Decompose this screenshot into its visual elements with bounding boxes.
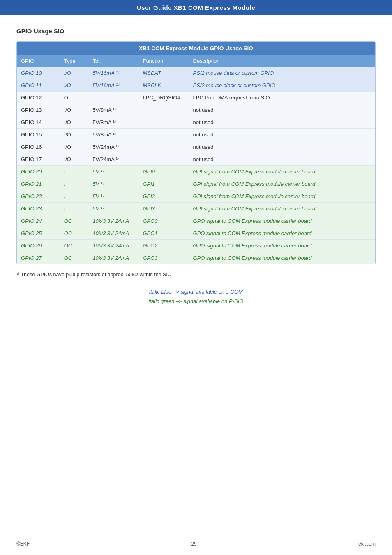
cell-type: OC (60, 240, 89, 252)
cell-function: LPC_DRQSIO# (138, 92, 189, 104)
cell-description: GPI signal from COM Express module carri… (189, 166, 375, 178)
cell-description: not used (189, 104, 375, 116)
cell-function: MSDAT (138, 67, 189, 79)
cell-function: GPO3 (138, 252, 189, 264)
cell-tol: 5V/8mA ¹⁾ (88, 116, 138, 129)
table-row: GPIO 21I5V ¹⁾GPI1GPI signal from COM Exp… (17, 178, 375, 190)
cell-gpio: GPIO 11 (17, 79, 60, 92)
section-title: GPIO Usage SIO (16, 28, 376, 35)
footer-left: ©EKF (16, 541, 30, 547)
col-tol: Tol. (88, 55, 138, 67)
page-content: GPIO Usage SIO XB1 COM Express Module GP… (0, 15, 392, 314)
cell-tol: 5V/24mA ¹⁾ (88, 153, 138, 166)
cell-description: PS/2 mouse clock or custom GPIO (189, 79, 375, 92)
table-row: GPIO 17I/O5V/24mA ¹⁾not used (17, 153, 375, 166)
cell-gpio: GPIO 27 (17, 252, 60, 264)
page-footer: ©EKF -29- ekf.com (0, 541, 392, 547)
legend-line2: italic green –> signal available on P-SI… (16, 296, 376, 306)
cell-type: I (60, 178, 89, 190)
cell-description: not used (189, 116, 375, 129)
cell-function: GPI2 (138, 190, 189, 203)
table-row: GPIO 15I/O5V/8mA ¹⁾not used (17, 129, 375, 141)
cell-type: I/O (60, 79, 89, 92)
col-gpio: GPIO (17, 55, 60, 67)
cell-type: I (60, 203, 89, 215)
footer-right: ekf.com (358, 541, 376, 547)
cell-tol: 5V ¹⁾ (88, 190, 138, 203)
table-row: GPIO 12OLPC_DRQSIO#LPC Port DMA request … (17, 92, 375, 104)
cell-tol: 5V/8mA ¹⁾ (88, 129, 138, 141)
cell-gpio: GPIO 20 (17, 166, 60, 178)
cell-description: not used (189, 153, 375, 166)
col-description: Description (189, 55, 375, 67)
cell-function: GPI1 (138, 178, 189, 190)
cell-tol: 10k/3.3V 24mA (88, 252, 138, 264)
table-row: GPIO 27OC10k/3.3V 24mAGPO3GPO signal to … (17, 252, 375, 264)
cell-function: GPO1 (138, 227, 189, 240)
cell-type: I/O (60, 129, 89, 141)
col-type: Type (60, 55, 89, 67)
cell-gpio: GPIO 17 (17, 153, 60, 166)
table-row: GPIO 25OC10k/3.3V 24mAGPO1GPO signal to … (17, 227, 375, 240)
cell-tol (88, 92, 138, 104)
cell-description: GPO signal to COM Express module carrier… (189, 252, 375, 264)
cell-description: GPI signal from COM Express module carri… (189, 190, 375, 203)
table-column-headers: GPIO Type Tol. Function Description (17, 55, 375, 67)
cell-tol: 5V/16mA ¹⁾ (88, 79, 138, 92)
footnote: ¹⁾ These GPIOs have pullup resistors of … (16, 271, 376, 279)
cell-tol: 5V/8mA ¹⁾ (88, 104, 138, 116)
page-header: User Guide XB1 COM Express Module (0, 0, 392, 15)
cell-gpio: GPIO 24 (17, 215, 60, 227)
cell-function: GPI3 (138, 203, 189, 215)
footer-center: -29- (189, 541, 198, 547)
table-row: GPIO 20I5V ¹⁾GPI0GPI signal from COM Exp… (17, 166, 375, 178)
table-row: GPIO 22I5V ¹⁾GPI2GPI signal from COM Exp… (17, 190, 375, 203)
footnote-text: ¹⁾ These GPIOs have pullup resistors of … (16, 272, 172, 278)
header-title: User Guide XB1 COM Express Module (137, 4, 255, 11)
cell-gpio: GPIO 26 (17, 240, 60, 252)
cell-description: GPO signal to COM Express module carrier… (189, 240, 375, 252)
cell-description: GPO signal to COM Express module carrier… (189, 215, 375, 227)
cell-description: GPI signal from COM Express module carri… (189, 203, 375, 215)
cell-type: I/O (60, 153, 89, 166)
cell-function: MSCLK (138, 79, 189, 92)
cell-type: I (60, 190, 89, 203)
cell-type: I (60, 166, 89, 178)
cell-gpio: GPIO 13 (17, 104, 60, 116)
cell-function (138, 129, 189, 141)
cell-gpio: GPIO 21 (17, 178, 60, 190)
cell-function (138, 104, 189, 116)
legend: italic blue –> signal available on J-COM… (16, 287, 376, 306)
cell-tol: 5V ¹⁾ (88, 178, 138, 190)
cell-gpio: GPIO 15 (17, 129, 60, 141)
table-row: GPIO 11I/O5V/16mA ¹⁾MSCLKPS/2 mouse cloc… (17, 79, 375, 92)
cell-type: OC (60, 252, 89, 264)
cell-description: not used (189, 141, 375, 153)
table-main-header: XB1 COM Express Module GPIO Usage SIO (17, 42, 375, 55)
table-row: GPIO 10I/O5V/16mA ¹⁾MSDATPS/2 mouse data… (17, 67, 375, 79)
table-row: GPIO 24OC10k/3.3V 24mAGPO0GPO signal to … (17, 215, 375, 227)
table-row: GPIO 14I/O5V/8mA ¹⁾not used (17, 116, 375, 129)
cell-tol: 10k/3.3V 24mA (88, 215, 138, 227)
cell-description: LPC Port DMA request from SIO (189, 92, 375, 104)
table-row: GPIO 23I5V ¹⁾GPI3GPI signal from COM Exp… (17, 203, 375, 215)
cell-tol: 10k/3.3V 24mA (88, 227, 138, 240)
gpio-table-wrapper: XB1 COM Express Module GPIO Usage SIO GP… (16, 41, 376, 264)
cell-type: I/O (60, 67, 89, 79)
cell-type: OC (60, 227, 89, 240)
cell-gpio: GPIO 12 (17, 92, 60, 104)
table-row: GPIO 26OC10k/3.3V 24mAGPO2GPO signal to … (17, 240, 375, 252)
legend-line1: italic blue –> signal available on J-COM (16, 287, 376, 296)
cell-type: I/O (60, 141, 89, 153)
cell-function (138, 153, 189, 166)
cell-function: GPO2 (138, 240, 189, 252)
cell-function: GPI0 (138, 166, 189, 178)
col-function: Function (138, 55, 189, 67)
table-row: GPIO 16I/O5V/24mA ¹⁾not used (17, 141, 375, 153)
cell-function: GPO0 (138, 215, 189, 227)
cell-type: I/O (60, 104, 89, 116)
cell-description: GPI signal from COM Express module carri… (189, 178, 375, 190)
cell-type: O (60, 92, 89, 104)
cell-function (138, 141, 189, 153)
cell-tol: 5V ¹⁾ (88, 203, 138, 215)
